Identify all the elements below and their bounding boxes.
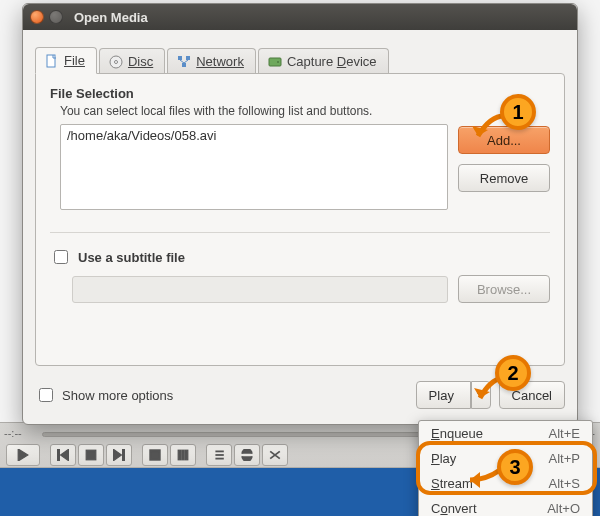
show-more-checkbox[interactable]	[39, 388, 53, 402]
network-icon	[177, 55, 191, 69]
use-subtitle-row[interactable]: Use a subtitle file	[50, 247, 550, 267]
callout-2: 2	[495, 355, 531, 391]
ext-settings-button[interactable]	[170, 444, 196, 466]
svg-point-15	[114, 60, 117, 63]
callout-3: 3	[497, 449, 533, 485]
tab-network[interactable]: Network	[167, 48, 256, 74]
play-dialog-button[interactable]: Play	[416, 381, 471, 409]
svg-rect-9	[185, 450, 187, 460]
svg-rect-18	[182, 63, 186, 67]
tab-disc-label: Disc	[128, 54, 153, 69]
tab-file[interactable]: File	[35, 47, 97, 74]
open-media-dialog: Open Media File Disc Network Capture Dev…	[22, 3, 578, 425]
menu-item-shortcut: Alt+O	[547, 501, 580, 516]
svg-marker-0	[18, 449, 28, 461]
file-selection-title: File Selection	[50, 86, 550, 101]
tab-disc[interactable]: Disc	[99, 48, 165, 74]
svg-rect-3	[86, 450, 96, 460]
player-controls	[6, 444, 294, 466]
window-minimize-button[interactable]	[49, 10, 63, 24]
capture-icon	[268, 55, 282, 69]
window-close-button[interactable]	[30, 10, 44, 24]
stop-button[interactable]	[78, 444, 104, 466]
svg-rect-21	[269, 58, 281, 66]
svg-rect-7	[178, 450, 180, 460]
tab-strip: File Disc Network Capture Device	[35, 44, 565, 74]
use-subtitle-label: Use a subtitle file	[78, 250, 185, 265]
play-button[interactable]	[6, 444, 40, 466]
svg-rect-1	[57, 449, 59, 461]
file-icon	[45, 54, 59, 68]
svg-rect-17	[186, 56, 190, 60]
shuffle-button[interactable]	[262, 444, 288, 466]
next-button[interactable]	[106, 444, 132, 466]
menu-item-label: Convert	[431, 501, 477, 516]
subtitle-path-input	[72, 276, 448, 303]
svg-marker-2	[61, 449, 69, 461]
svg-rect-4	[123, 449, 125, 461]
browse-button: Browse...	[458, 275, 550, 303]
menu-item-label: Enqueue	[431, 426, 483, 441]
playlist-button[interactable]	[206, 444, 232, 466]
loop-button[interactable]	[234, 444, 260, 466]
callout-1: 1	[500, 94, 536, 130]
fullscreen-button[interactable]	[142, 444, 168, 466]
prev-button[interactable]	[50, 444, 76, 466]
svg-line-19	[180, 60, 184, 63]
svg-marker-5	[113, 449, 121, 461]
menu-item-enqueue[interactable]: Enqueue Alt+E	[419, 421, 592, 446]
menu-item-shortcut: Alt+P	[549, 451, 580, 466]
time-elapsed: --:--	[4, 427, 22, 439]
menu-item-label: Play	[431, 451, 456, 466]
disc-icon	[109, 55, 123, 69]
file-list[interactable]: /home/aka/Videos/058.avi	[60, 124, 448, 210]
menu-item-convert[interactable]: Convert Alt+O	[419, 496, 592, 516]
svg-rect-8	[182, 450, 184, 460]
svg-line-20	[184, 60, 188, 63]
tab-capture-label: Capture Device	[287, 54, 377, 69]
window-title: Open Media	[74, 10, 148, 25]
use-subtitle-checkbox[interactable]	[54, 250, 68, 264]
titlebar: Open Media	[23, 4, 577, 30]
file-list-item[interactable]: /home/aka/Videos/058.avi	[61, 125, 447, 146]
svg-rect-13	[47, 55, 55, 67]
menu-item-shortcut: Alt+S	[549, 476, 580, 491]
tab-file-label: File	[64, 53, 85, 68]
svg-marker-26	[470, 472, 480, 488]
svg-rect-16	[178, 56, 182, 60]
show-more-row[interactable]: Show more options	[35, 385, 173, 405]
tab-capture[interactable]: Capture Device	[258, 48, 389, 74]
menu-item-shortcut: Alt+E	[549, 426, 580, 441]
show-more-label: Show more options	[62, 388, 173, 403]
tab-network-label: Network	[196, 54, 244, 69]
svg-rect-6	[150, 450, 160, 460]
remove-button[interactable]: Remove	[458, 164, 550, 192]
svg-point-22	[277, 61, 279, 63]
